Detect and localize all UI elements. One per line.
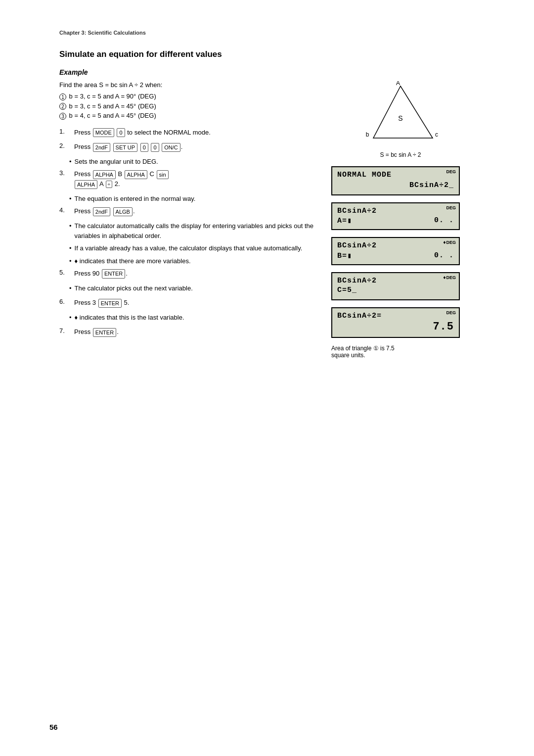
display-3-val: 0. . bbox=[434, 251, 454, 260]
step-2-num: 2. bbox=[59, 142, 74, 149]
key-enter-3: ENTER bbox=[93, 328, 116, 337]
key-div: ÷ bbox=[106, 181, 113, 188]
key-sin: sin bbox=[157, 170, 169, 179]
bullet-var-value: • If a variable already has a value, the… bbox=[59, 243, 316, 253]
area-caption-line2: square units. bbox=[331, 352, 470, 359]
circle-3: 3 bbox=[59, 113, 66, 120]
page-number: 56 bbox=[49, 723, 58, 731]
key-alpha-1: ALPHA bbox=[93, 170, 116, 179]
left-column: Find the area S = bc sin A ÷ 2 when: 1 b… bbox=[59, 81, 316, 359]
step-1: 1. Press MODE 0 to select the NORMAL mod… bbox=[59, 128, 316, 138]
area-caption-line1: Area of triangle ① is 7.5 bbox=[331, 345, 470, 352]
display-5-top: BCsinA÷2= bbox=[337, 311, 454, 321]
bullet-angular: • Sets the angular unit to DEG. bbox=[59, 157, 316, 167]
deg-4: DEG bbox=[446, 275, 456, 280]
circle-1: 1 bbox=[59, 94, 66, 100]
step-5-content: Press 90 ENTER. bbox=[74, 269, 316, 279]
svg-text:c: c bbox=[435, 131, 438, 138]
calc-display-3: DEG ♦ BCsinA÷2 B=▮ 0. . bbox=[331, 237, 460, 265]
bullet-dot-7: • bbox=[69, 313, 72, 323]
bullet-dot-5: • bbox=[69, 256, 72, 266]
content-area: Find the area S = bc sin A ÷ 2 when: 1 b… bbox=[59, 81, 494, 359]
bullet-dot-3: • bbox=[69, 221, 72, 231]
step-7-content: Press ENTER. bbox=[74, 327, 316, 337]
svg-text:S: S bbox=[398, 114, 402, 122]
step-7-num: 7. bbox=[59, 327, 74, 334]
step-4: 4. Press 2ndF ALGB. bbox=[59, 206, 316, 216]
calc-display-1: DEG NORMAL MODE BCsinA÷2_ bbox=[331, 166, 460, 195]
bullet-next-var-text: The calculator picks out the next variab… bbox=[75, 284, 193, 293]
bullet-equation: • The equation is entered in the normal … bbox=[59, 194, 316, 204]
deg-1: DEG bbox=[446, 169, 456, 174]
deg-2: DEG bbox=[446, 205, 456, 210]
bullet-next-var: • The calculator picks out the next vari… bbox=[59, 284, 316, 293]
example-label: Example bbox=[59, 68, 494, 76]
display-2-bottom: A=▮ 0. . bbox=[337, 216, 454, 225]
bullet-var-value-text: If a variable already has a value, the c… bbox=[75, 243, 303, 253]
key-0-2: 0 bbox=[140, 143, 148, 152]
display-1-top: NORMAL MODE bbox=[337, 170, 454, 180]
section-title: Simulate an equation for different value… bbox=[59, 49, 494, 59]
display-4-top: BCsinA÷2 bbox=[337, 276, 454, 286]
key-mode: MODE bbox=[93, 128, 114, 137]
circle-2: 2 bbox=[59, 103, 66, 110]
key-0-1: 0 bbox=[117, 128, 125, 137]
display-3-bottom: B=▮ 0. . bbox=[337, 251, 454, 260]
triangle-svg: A b c S bbox=[358, 81, 443, 145]
key-alpha-2: ALPHA bbox=[125, 170, 147, 179]
display-4-bottom: C=5_ bbox=[337, 285, 454, 295]
key-onc: ON/C bbox=[162, 143, 180, 152]
svg-text:b: b bbox=[366, 131, 369, 138]
display-3-top: BCsinA÷2 bbox=[337, 241, 454, 251]
display-1-bottom: BCsinA÷2_ bbox=[337, 180, 454, 190]
svg-text:A: A bbox=[396, 81, 400, 87]
key-enter-2: ENTER bbox=[98, 299, 122, 308]
bullet-last-var: • ♦ indicates that this is the last vari… bbox=[59, 313, 316, 323]
triangle-caption: S = bc sin A ÷ 2 bbox=[331, 151, 470, 158]
right-column: A b c S S = bc sin A ÷ 2 DEG NORMAL MODE… bbox=[331, 81, 470, 359]
deg-3: DEG bbox=[446, 240, 456, 245]
bullet-dot-4: • bbox=[69, 243, 72, 253]
step-4-num: 4. bbox=[59, 206, 74, 214]
deg-5: DEG bbox=[446, 310, 456, 315]
bullet-diamond-text: ♦ indicates that there are more variable… bbox=[75, 256, 191, 266]
step-5: 5. Press 90 ENTER. bbox=[59, 269, 316, 279]
step-6-content: Press 3 ENTER 5. bbox=[74, 298, 316, 308]
step-1-num: 1. bbox=[59, 128, 74, 135]
display-2-val: 0. . bbox=[434, 216, 454, 225]
step-5-num: 5. bbox=[59, 269, 74, 276]
step-1-content: Press MODE 0 to select the NORMAL mode. bbox=[74, 128, 316, 138]
condition-2: 2 b = 3, c = 5 and A = 45° (DEG) bbox=[59, 101, 316, 111]
display-3-var: B=▮ bbox=[337, 251, 352, 260]
condition-1: 1 b = 3, c = 5 and A = 90° (DEG) bbox=[59, 92, 316, 101]
condition-3: 3 b = 4, c = 5 and A = 45° (DEG) bbox=[59, 111, 316, 121]
arrow-3: ♦ bbox=[443, 240, 446, 245]
step-2-content: Press 2ndF SET UP 0 0 ON/C. bbox=[74, 142, 316, 152]
step-3-content: Press ALPHA B ALPHA C sin ALPHA A ÷ 2. bbox=[74, 169, 316, 189]
bullet-calc-calls: • The calculator automatically calls the… bbox=[59, 221, 316, 240]
bullet-dot-6: • bbox=[69, 284, 72, 293]
find-text: Find the area S = bc sin A ÷ 2 when: bbox=[59, 81, 316, 89]
triangle-diagram: A b c S bbox=[331, 81, 470, 147]
display-2-var: A=▮ bbox=[337, 216, 352, 225]
bullet-calc-calls-text: The calculator automatically calls the d… bbox=[75, 221, 316, 240]
step-4-content: Press 2ndF ALGB. bbox=[74, 206, 316, 216]
calc-display-4: DEG ♦ BCsinA÷2 C=5_ bbox=[331, 272, 460, 300]
key-2ndf-2: 2ndF bbox=[93, 207, 110, 216]
key-algb: ALGB bbox=[113, 207, 133, 216]
condition-list: 1 b = 3, c = 5 and A = 90° (DEG) 2 b = 3… bbox=[59, 92, 316, 121]
step-3-num: 3. bbox=[59, 169, 74, 177]
bullet-angular-text: Sets the angular unit to DEG. bbox=[75, 157, 158, 167]
key-0-3: 0 bbox=[151, 143, 159, 152]
key-alpha-3: ALPHA bbox=[75, 180, 97, 189]
bullet-last-var-text: ♦ indicates that this is the last variab… bbox=[75, 313, 184, 323]
bullet-equation-text: The equation is entered in the normal wa… bbox=[75, 194, 196, 204]
page: Chapter 3: Scientific Calculations Simul… bbox=[0, 0, 534, 756]
step-6-num: 6. bbox=[59, 298, 74, 305]
svg-marker-0 bbox=[373, 86, 433, 138]
calc-display-2: DEG BCsinA÷2 A=▮ 0. . bbox=[331, 202, 460, 231]
step-6: 6. Press 3 ENTER 5. bbox=[59, 298, 316, 308]
key-setup: SET UP bbox=[113, 143, 138, 152]
calc-display-5: DEG BCsinA÷2= 7.5 bbox=[331, 307, 460, 338]
step-3: 3. Press ALPHA B ALPHA C sin ALPHA A ÷ 2… bbox=[59, 169, 316, 189]
